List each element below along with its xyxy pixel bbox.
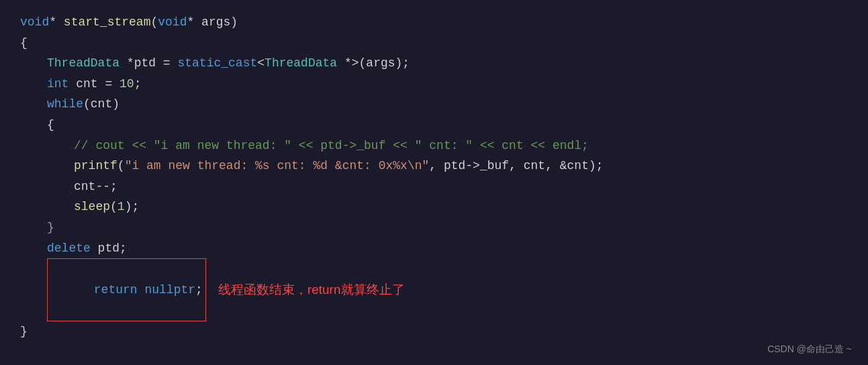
code-line-2: { bbox=[20, 33, 848, 54]
code-line-6: { bbox=[47, 115, 848, 136]
csdn-watermark: CSDN @命由己造 ~ bbox=[767, 344, 852, 356]
code-line-12: delete ptd; bbox=[47, 238, 848, 259]
code-line-8: printf("i am new thread: %s cnt: %d &cnt… bbox=[74, 156, 848, 176]
code-line-5: while(cnt) bbox=[47, 94, 848, 115]
code-line-4: int cnt = 10; bbox=[47, 74, 848, 95]
code-line-1: void* start_stream(void* args) bbox=[20, 12, 848, 33]
code-line-13: return nullptr; 线程函数结束，return就算终止了 bbox=[47, 258, 848, 321]
code-line-10: sleep(1); bbox=[74, 197, 848, 217]
return-annotation: 线程函数结束，return就算终止了 bbox=[218, 279, 405, 301]
keyword-void-1: void bbox=[20, 12, 49, 33]
code-line-9: cnt--; bbox=[74, 176, 848, 197]
func-name: start_stream bbox=[64, 12, 151, 33]
return-box: return nullptr; bbox=[47, 258, 206, 321]
code-editor: void* start_stream(void* args) { ThreadD… bbox=[0, 0, 868, 365]
code-line-14: } bbox=[20, 321, 848, 342]
code-line-11: } bbox=[47, 217, 848, 238]
code-line-7: // cout << "i am new thread: " << ptd->_… bbox=[74, 136, 848, 156]
code-line-3: ThreadData *ptd = static_cast<ThreadData… bbox=[47, 53, 848, 74]
